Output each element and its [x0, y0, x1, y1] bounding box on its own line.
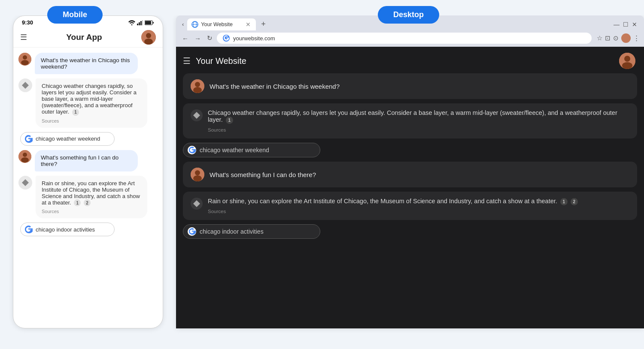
browser-search-query-1: chicago weather weekend	[200, 147, 269, 153]
browser-avatar-img-1	[191, 79, 204, 93]
phone-ai-bubble-1: Chicago weather changes rapidly, so laye…	[36, 78, 147, 128]
browser-ai-avatar-2	[191, 198, 203, 210]
browser-tab-title: Your Website	[201, 21, 233, 27]
svg-rect-4	[142, 20, 143, 25]
hamburger-icon[interactable]: ☰	[20, 33, 27, 42]
svg-point-27	[624, 56, 630, 62]
screenshot-icon[interactable]: ⊡	[605, 34, 611, 42]
browser-hamburger[interactable]: ☰	[183, 56, 191, 66]
browser-ai-msg-2: Rain or shine, you can explore the Art I…	[183, 192, 637, 220]
browser-user-avatar-1	[191, 79, 204, 93]
mobile-button[interactable]: Mobile	[47, 6, 103, 24]
browser-search-chip-1[interactable]: chicago weather weekend	[183, 143, 320, 157]
svg-marker-32	[193, 112, 200, 119]
phone-user-msg-2: What's something fun I can do there?	[18, 150, 158, 171]
avatar-image	[141, 30, 156, 45]
phone-source-2-2: 2	[84, 199, 91, 206]
browser-user-avatar[interactable]	[619, 53, 635, 69]
phone-search-chip-1[interactable]: chicago weather weekend	[20, 132, 115, 146]
top-bar: Mobile Desktop	[0, 0, 644, 15]
browser-avatar-img-2	[191, 168, 204, 181]
tab-close-button[interactable]: ✕	[246, 21, 251, 28]
phone: 9:30	[13, 15, 163, 328]
refresh-button[interactable]: ↻	[205, 33, 214, 43]
browser-user-msg-1: What's the weather in Chicago this weeke…	[183, 73, 637, 99]
browser-ai-avatar-1	[191, 109, 203, 121]
svg-rect-1	[137, 24, 138, 25]
new-tab-button[interactable]: +	[258, 18, 269, 30]
browser-app-header: ☰ Your Website	[176, 47, 644, 73]
phone-sources-label-1: Sources	[42, 118, 141, 123]
browser-user-msg-2: What's something fun I can do there?	[183, 162, 637, 187]
svg-marker-37	[193, 200, 200, 207]
user-avatar-small-2	[18, 150, 31, 163]
svg-marker-19	[22, 179, 29, 186]
browser-tab-active[interactable]: Your Website ✕	[187, 18, 256, 30]
svg-rect-6	[145, 21, 151, 24]
close-window-button[interactable]: ✕	[632, 21, 637, 28]
svg-rect-3	[140, 21, 142, 25]
address-bar-input[interactable]: yourwebsite.com	[217, 33, 592, 44]
google-account-icon[interactable]	[621, 33, 631, 43]
desktop-button[interactable]: Desktop	[378, 6, 439, 24]
browser-menu-icon[interactable]: ⋮	[633, 34, 640, 42]
user-avatar[interactable]	[141, 30, 156, 45]
phone-ai-avatar-2	[18, 176, 32, 190]
svg-point-25	[621, 33, 631, 43]
svg-point-0	[131, 24, 133, 25]
browser-diamond-icon-1	[193, 111, 200, 119]
phone-sources-label-2: Sources	[42, 209, 141, 214]
minimize-button[interactable]: —	[614, 21, 620, 28]
phone-ai-msg-2: Rain or shine, you can explore the Art I…	[18, 176, 158, 219]
maximize-button[interactable]: ☐	[623, 21, 629, 28]
signal-icon	[137, 20, 143, 25]
phone-chat: What's the weather in Chicago this weeke…	[13, 48, 163, 328]
bookmark-icon[interactable]: ☆	[597, 34, 602, 42]
svg-point-18	[21, 157, 29, 162]
svg-point-13	[21, 60, 29, 65]
svg-rect-2	[139, 22, 140, 25]
browser-ai-text-2: Rain or shine, you can explore the Art I…	[208, 198, 557, 205]
forward-button[interactable]: →	[193, 34, 203, 43]
browser-search-chip-2[interactable]: chicago indoor activities	[183, 224, 320, 239]
svg-point-30	[195, 82, 200, 87]
browser-address-bar: ← → ↻ yourwebsite.com ☆ ⊡ ⊙	[176, 30, 644, 47]
phone-user-msg-1: What's the weather in Chicago this weeke…	[18, 53, 158, 74]
browser-app-title: Your Website	[196, 56, 246, 66]
svg-point-17	[23, 153, 27, 157]
tab-back-arrow[interactable]: ‹	[179, 19, 186, 29]
phone-status-icons	[128, 20, 154, 25]
google-g-icon-2	[24, 225, 33, 234]
browser-content: ☰ Your Website	[176, 47, 644, 328]
address-url-text: yourwebsite.com	[233, 35, 275, 42]
browser-user-avatar-2	[191, 168, 204, 181]
browser-ai-msg-1: Chicago weather changes rapidly, so laye…	[183, 103, 637, 138]
browser-source-2-1: 1	[560, 198, 568, 205]
svg-point-36	[193, 175, 202, 181]
user-avatar-small	[18, 53, 31, 66]
phone-user-bubble-2: What's something fun I can do there?	[35, 150, 138, 171]
browser-search-query-2: chicago indoor activities	[200, 228, 264, 235]
back-button[interactable]: ←	[180, 34, 190, 43]
browser-window-buttons: — ☐ ✕	[614, 21, 641, 28]
browser-sources-label-1: Sources	[208, 127, 629, 132]
phone-user-bubble-1: What's the weather in Chicago this weeke…	[35, 53, 138, 74]
phone-source-2-1: 1	[74, 199, 81, 206]
browser-user-bubble-1: What's the weather in Chicago this weeke…	[210, 83, 340, 90]
address-right-icons: ☆ ⊡ ⊙ ⋮	[597, 33, 640, 43]
svg-point-31	[193, 87, 202, 93]
browser-source-1-1: 1	[226, 117, 233, 124]
tab-favicon	[191, 21, 198, 28]
browser-sources-label-2: Sources	[208, 209, 629, 214]
phone-search-chip-2[interactable]: chicago indoor activities	[20, 223, 115, 236]
phone-ai-avatar-1	[18, 78, 32, 92]
phone-ai-bubble-2: Rain or shine, you can explore the Art I…	[36, 176, 147, 219]
phone-app-title: Your App	[66, 33, 102, 42]
svg-point-12	[23, 55, 27, 60]
phone-ai-text-2: Rain or shine, you can explore the Art I…	[42, 180, 140, 206]
phone-search-query-1: chicago weather weekend	[36, 135, 100, 142]
google-g-icon-1	[24, 135, 33, 143]
battery-icon	[145, 20, 154, 25]
phone-ai-text-1: Chicago weather changes rapidly, so laye…	[42, 83, 137, 115]
profile-icon[interactable]: ⊙	[613, 34, 619, 42]
